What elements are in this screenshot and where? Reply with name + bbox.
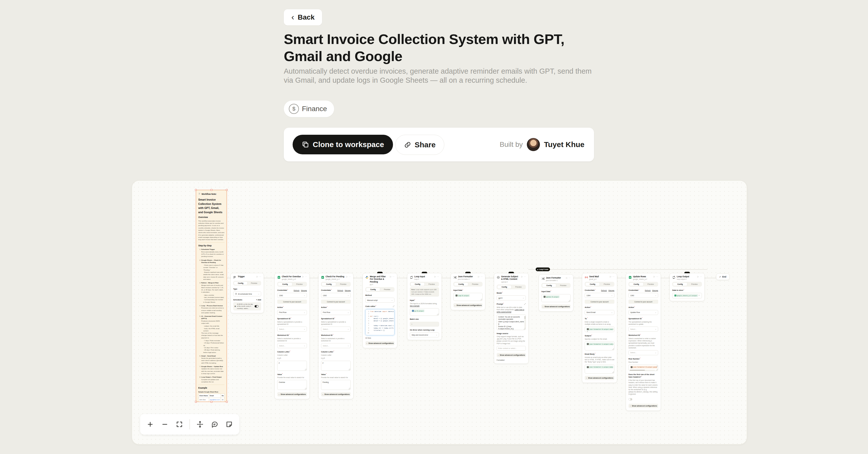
manage-link[interactable]: Manage	[301, 290, 307, 292]
share-button[interactable]: Share	[395, 135, 444, 155]
schedule-toggle[interactable]	[255, 305, 258, 307]
add-schedule-button[interactable]: + Add	[256, 299, 261, 301]
horizontal-scrollbar[interactable]	[630, 370, 655, 370]
zoom-in-button[interactable]	[144, 418, 157, 431]
connect-account-button[interactable]: Connect to your account	[321, 300, 351, 304]
resize-handle[interactable]	[348, 388, 350, 389]
run-node-icon[interactable]: ▷	[566, 277, 567, 279]
more-options-icon[interactable]: ···	[437, 275, 439, 278]
chip-field[interactable]: ≡py-0.output	[410, 308, 439, 316]
node-json-formatter-1[interactable]: Json Formatterjson-formatter-1▷···Config…	[539, 274, 574, 312]
node-json-formatter-0[interactable]: Json Formatterjson-formatter-0▷···Config…	[451, 273, 485, 310]
loop-runs-badge[interactable]: ▶ Loop 0 runs	[536, 267, 550, 271]
run-node-icon[interactable]: ▷	[257, 275, 258, 278]
tab-preview[interactable]: Preview	[556, 284, 570, 287]
select-field[interactable]: Send Email⌄	[585, 310, 614, 315]
run-node-icon[interactable]: ▷	[698, 275, 699, 278]
workflow-canvas[interactable]: ▶ Loop 0 runs ✓ End Workflow Note:Smart …	[132, 181, 747, 445]
code-editor[interactable]: 1from datetime import datetime23def run(…	[365, 309, 395, 335]
back-button[interactable]: ‹ Back	[284, 9, 322, 25]
more-options-icon[interactable]: ···	[393, 275, 395, 278]
connect-account-button[interactable]: Connect to your account	[628, 300, 658, 304]
select-field[interactable]: Manual script⌄	[365, 298, 395, 303]
manage-link[interactable]: Manage	[608, 290, 614, 292]
tab-config[interactable]: Config	[629, 282, 644, 286]
input-field[interactable]: Enter content or select...	[497, 346, 526, 351]
selection-handle[interactable]	[195, 401, 197, 403]
select-field[interactable]: Select...⌄	[277, 327, 307, 332]
textarea-field[interactable]: F	[277, 361, 307, 371]
node-generate-subject-html[interactable]: Generate Subject & HTML Contentopenai-0▷…	[494, 273, 529, 364]
tab-config[interactable]: Config	[673, 282, 687, 286]
tab-config[interactable]: Config	[497, 285, 512, 289]
node-merge-filter[interactable]: Merge and Filter For Overdue & Pendingpy…	[363, 273, 397, 348]
tab-preview[interactable]: Preview	[468, 282, 482, 286]
refresh-link[interactable]: Refresh	[601, 290, 607, 292]
resize-handle[interactable]	[612, 348, 614, 350]
chip-field[interactable]: ≡json-formatter-1.output.body	[585, 364, 614, 374]
chip-field[interactable]: ≡google_sheets_p-2.output×	[672, 293, 702, 298]
show-advanced-button[interactable]: ⌄Show advanced configurations	[541, 304, 570, 309]
show-advanced-button[interactable]: ⌄Show advanced configurations	[497, 353, 526, 357]
expand-icon[interactable]	[524, 303, 526, 305]
more-options-icon[interactable]: ···	[612, 275, 614, 278]
resize-handle[interactable]	[568, 300, 570, 301]
show-advanced-button[interactable]: ⌄Show advanced configurations	[277, 392, 307, 396]
show-advanced-button[interactable]: ⌄Show advanced configurations	[321, 392, 351, 396]
run-node-icon[interactable]: ▷	[521, 275, 523, 278]
remove-chip-icon[interactable]: ×	[699, 294, 700, 296]
tab-preview[interactable]: Preview	[644, 282, 658, 286]
tab-preview[interactable]: Preview	[600, 282, 614, 286]
select-field[interactable]: Update Row⌄	[628, 310, 658, 315]
manage-link[interactable]: Manage	[345, 290, 351, 292]
refresh-link[interactable]: Refresh	[645, 290, 651, 292]
tab-preview[interactable]: Preview	[380, 288, 394, 291]
category-tag-finance[interactable]: $ Finance	[284, 101, 334, 117]
select-field[interactable]: Select...⌄	[628, 350, 658, 355]
node-update-rows[interactable]: Update Rowsgoogle_sheets_p-2▷···ConfigPr…	[626, 273, 661, 411]
select-field[interactable]: Find Row⌄	[321, 310, 351, 315]
data-reference-chip[interactable]: ≡json-formatter-1.output.subject	[586, 343, 613, 346]
tab-config[interactable]: Config	[366, 288, 380, 291]
fit-view-button[interactable]	[173, 418, 186, 431]
select-field[interactable]: Select...⌄	[321, 343, 351, 348]
headers-toggle[interactable]	[628, 398, 632, 400]
run-node-icon[interactable]: ▷	[302, 275, 304, 278]
more-options-icon[interactable]: ···	[568, 277, 570, 279]
select-field[interactable]: 1392⌄	[628, 293, 658, 298]
more-options-icon[interactable]: ···	[656, 275, 658, 278]
tab-config[interactable]: Config	[321, 282, 336, 286]
chip-field[interactable]: ≡openai-0.output	[541, 294, 570, 302]
node-check-for-overdue[interactable]: Check For Overduegoogle_sheets_p-0▷···Co…	[275, 273, 310, 399]
tab-preview[interactable]: Preview	[336, 282, 350, 286]
more-options-icon[interactable]: ···	[700, 275, 702, 278]
select-field[interactable]: Find Row⌄	[277, 310, 307, 315]
input-field[interactable]: 1	[410, 322, 439, 327]
more-options-icon[interactable]: ···	[259, 275, 261, 278]
select-field[interactable]: 1394⌄	[585, 293, 614, 298]
tab-config[interactable]: Config	[234, 281, 248, 285]
data-reference-chip[interactable]: ≡google_sheets_p-2.output	[674, 294, 698, 297]
select-field[interactable]: Select...⌄	[277, 343, 307, 348]
resize-handle[interactable]	[480, 299, 482, 300]
vertical-scrollbar[interactable]	[525, 316, 525, 329]
more-options-icon[interactable]: ···	[305, 275, 307, 278]
textarea-field[interactable]: Overdue	[277, 380, 307, 390]
selection-handle[interactable]	[226, 189, 228, 191]
select-field[interactable]: 1392⌄	[277, 293, 307, 298]
chip-field[interactable]: ≡json-formatter-1.output.subject	[585, 342, 614, 350]
data-reference-chip[interactable]: ≡openai-0.output	[543, 295, 560, 298]
select-field[interactable]: gpt-5⌄	[497, 295, 526, 300]
help-link[interactable]: See example	[410, 305, 420, 307]
tab-config[interactable]: Config	[454, 282, 468, 286]
comment-button[interactable]	[208, 418, 221, 431]
resize-handle[interactable]	[612, 371, 614, 373]
chip-field[interactable]: ≡loop-0.output	[453, 293, 483, 301]
resize-handle[interactable]	[305, 388, 306, 389]
more-options-icon[interactable]: ···	[349, 275, 351, 278]
run-node-icon[interactable]: ▷	[610, 275, 611, 278]
node-loop-output[interactable]: Loop Outputloop-output-0▷···ConfigPrevie…	[670, 273, 705, 301]
selection-handle[interactable]	[226, 401, 228, 403]
tab-preview[interactable]: Preview	[292, 282, 306, 286]
select-field[interactable]: At scheduled time⌄	[233, 291, 261, 296]
